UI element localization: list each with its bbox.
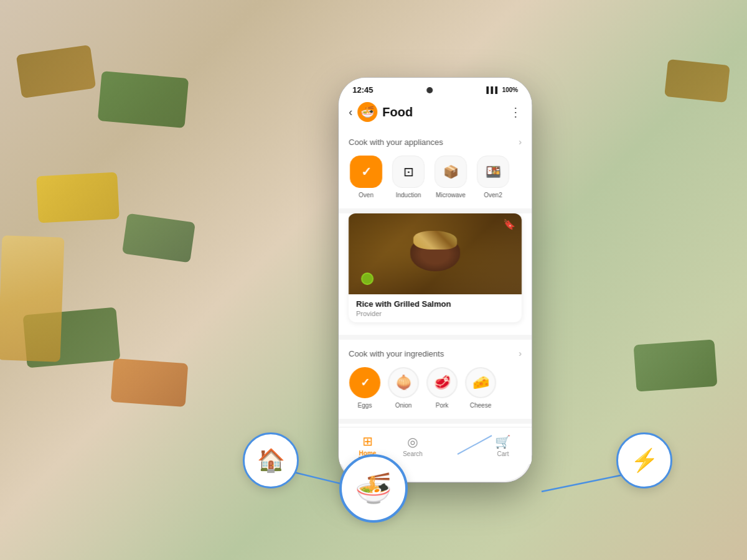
bowl-food [413,231,457,250]
oven2-icon-circle: 🍱 [477,156,509,188]
ingredient-eggs[interactable]: ✓ Eggs [349,367,381,409]
induction-label: Induction [396,192,421,198]
microwave-label: Microwave [436,192,466,198]
search-nav-icon: ◎ [407,434,418,449]
pork-label: Pork [436,402,449,409]
recipe-info: Rice with Grilled Salmon Provider [349,294,522,322]
pork-icon: 🥩 [434,375,451,391]
appliances-section: Cook with your appliances › ✓ Oven ⊡ [339,128,532,208]
cheese-label: Cheese [470,402,491,409]
oven-icon-circle: ✓ [350,156,382,188]
app-title: Food [382,105,413,119]
eggs-label: Eggs [358,402,372,409]
microwave-icon-circle: 📦 [435,156,467,188]
induction-icon-circle: ⊡ [392,156,425,188]
onion-icon: 🧅 [395,375,412,391]
deco-food-box-9 [0,235,64,362]
checkmark-icon: ✓ [361,164,372,179]
appliance-row: ✓ Oven ⊡ Induction 📦 [339,153,532,201]
appliances-title: Cook with your appliances [349,138,443,147]
pork-circle: 🥩 [426,367,458,398]
food-app-circle[interactable]: 🍜 [339,454,408,523]
ingredients-arrow[interactable]: › [519,348,522,358]
status-time: 12:45 [352,85,373,95]
lime-decoration [361,273,374,285]
deco-food-box-7 [664,59,730,103]
bowl-container [410,237,460,271]
eggs-circle: ✓ [349,367,380,398]
battery-indicator: 100% [502,86,519,93]
recipe-section: 🔖 Rice with Grilled Salmon Provider [339,213,532,335]
phone-screen: 12:45 ▌▌▌ 100% ‹ 🍜 Food ⋮ Cook w [339,78,532,482]
oven2-label: Oven2 [484,192,502,198]
nav-search[interactable]: ◎ Search [390,434,436,457]
lightning-icon: ⚡ [631,447,659,474]
cheese-icon: 🧀 [472,375,489,391]
nav-cart[interactable]: 🛒 Cart [481,434,526,457]
ingredient-onion[interactable]: 🧅 Onion [387,367,420,409]
food-app-logo: 🍜 [357,102,377,122]
appliance-item-oven2[interactable]: 🍱 Oven2 [476,156,510,198]
cart-nav-icon: 🛒 [495,434,510,449]
ingredients-title: Cook with your ingredients [349,349,444,358]
onion-circle: 🧅 [388,367,419,398]
appliance-item-induction[interactable]: ⊡ Induction [391,156,426,198]
eggs-checkmark: ✓ [360,376,370,390]
appliance-item-microwave[interactable]: 📦 Microwave [433,156,468,198]
message-circle[interactable]: 🏠 [243,432,299,488]
app-header: ‹ 🍜 Food ⋮ [339,97,532,128]
camera-dot [426,87,433,93]
deco-food-box-2 [98,71,189,128]
microwave-icon: 📦 [443,164,459,179]
bookmark-button[interactable]: 🔖 [503,218,515,230]
ingredient-row: ✓ Eggs 🧅 Onion 🥩 [339,365,532,411]
ingredient-cheese[interactable]: 🧀 Cheese [464,367,497,409]
food-app-icon: 🍜 [355,471,392,506]
recipe-image: 🔖 [349,213,522,294]
back-button[interactable]: ‹ [349,106,352,119]
oven-label: Oven [359,192,374,198]
ingredient-pork[interactable]: 🥩 Pork [426,367,458,409]
house-icon: 🏠 [257,447,285,474]
recipe-title: Rice with Grilled Salmon [356,299,514,309]
deco-food-box-8 [634,340,718,392]
phone-frame: 12:45 ▌▌▌ 100% ‹ 🍜 Food ⋮ Cook w [339,78,532,482]
phone-content: Cook with your appliances › ✓ Oven ⊡ [339,128,532,427]
appliances-header: Cook with your appliances › [339,128,532,153]
plug-circle[interactable]: ⚡ [616,432,672,488]
header-left: ‹ 🍜 Food [349,102,413,122]
signal-icon: ▌▌▌ [486,86,499,93]
status-bar: 12:45 ▌▌▌ 100% [339,78,532,97]
recipe-provider: Provider [356,310,514,317]
ingredients-header: Cook with your ingredients › [339,340,532,365]
onion-label: Onion [395,402,412,409]
cart-nav-label: Cart [497,450,509,457]
more-options-button[interactable]: ⋮ [509,105,522,119]
oven2-icon: 🍱 [486,164,501,179]
food-logo-icon: 🍜 [360,105,374,119]
deco-food-box-3 [36,172,120,223]
cheese-circle: 🧀 [465,367,496,398]
status-icons: ▌▌▌ 100% [486,86,518,93]
recipe-card-salmon[interactable]: 🔖 Rice with Grilled Salmon Provider [349,213,522,322]
induction-icon: ⊡ [403,164,414,179]
bowl-shape [410,237,460,271]
appliances-arrow[interactable]: › [519,137,522,147]
appliance-item-oven[interactable]: ✓ Oven [349,156,383,198]
search-nav-label: Search [403,450,423,457]
ingredients-section: Cook with your ingredients › ✓ Eggs [339,340,532,419]
home-nav-icon: ⊞ [362,434,373,449]
deco-food-box-6 [111,358,189,407]
